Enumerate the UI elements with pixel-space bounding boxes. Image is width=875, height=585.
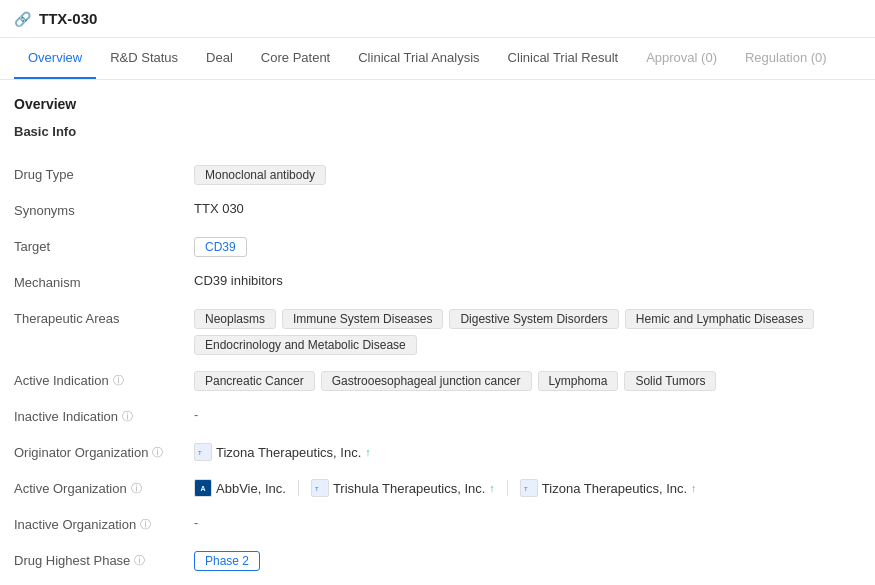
therapeutic-area-tag-0[interactable]: Neoplasms xyxy=(194,309,276,329)
target-label: Target xyxy=(14,237,194,254)
org-separator-1 xyxy=(507,480,508,496)
trishula-name: Trishula Therapeutics, Inc. xyxy=(333,481,485,496)
therapeutic-area-tag-3[interactable]: Hemic and Lymphatic Diseases xyxy=(625,309,815,329)
originator-org-item[interactable]: T Tizona Therapeutics, Inc. ↑ xyxy=(194,443,371,461)
content: Overview Basic Info Drug Type Monoclonal… xyxy=(0,80,875,585)
inactive-indication-row: Inactive Indication ⓘ - xyxy=(14,399,861,435)
drug-highest-phase-row: Drug Highest Phase ⓘ Phase 2 xyxy=(14,543,861,579)
tab-clinical-trial-result[interactable]: Clinical Trial Result xyxy=(494,38,633,79)
synonyms-value: TTX 030 xyxy=(194,201,861,216)
inactive-indication-value: - xyxy=(194,407,861,422)
active-indication-label: Active Indication ⓘ xyxy=(14,371,194,388)
inactive-indication-label: Inactive Indication ⓘ xyxy=(14,407,194,424)
tab-rd-status[interactable]: R&D Status xyxy=(96,38,192,79)
synonyms-row: Synonyms TTX 030 xyxy=(14,193,861,229)
inactive-org-value: - xyxy=(194,515,861,530)
therapeutic-areas-row: Therapeutic Areas Neoplasms Immune Syste… xyxy=(14,301,861,363)
synonyms-label: Synonyms xyxy=(14,201,194,218)
active-org-item-1[interactable]: T Trishula Therapeutics, Inc. ↑ xyxy=(311,479,495,497)
drug-highest-phase-value: Phase 2 xyxy=(194,551,861,571)
originator-org-value: T Tizona Therapeutics, Inc. ↑ xyxy=(194,443,861,461)
tab-core-patent[interactable]: Core Patent xyxy=(247,38,344,79)
inactive-org-row: Inactive Organization ⓘ - xyxy=(14,507,861,543)
therapeutic-areas-label: Therapeutic Areas xyxy=(14,309,194,326)
therapeutic-area-tag-2[interactable]: Digestive System Disorders xyxy=(449,309,618,329)
tab-regulation: Regulation (0) xyxy=(731,38,841,79)
trishula-logo: T xyxy=(311,479,329,497)
inactive-org-label: Inactive Organization ⓘ xyxy=(14,515,194,532)
svg-text:T: T xyxy=(524,486,528,492)
active-org-help-icon[interactable]: ⓘ xyxy=(131,481,142,496)
synonyms-text: TTX 030 xyxy=(194,201,244,216)
active-indication-tag-0[interactable]: Pancreatic Cancer xyxy=(194,371,315,391)
drug-type-row: Drug Type Monoclonal antibody xyxy=(14,157,861,193)
mechanism-label: Mechanism xyxy=(14,273,194,290)
target-tag[interactable]: CD39 xyxy=(194,237,247,257)
tizona-logo: T xyxy=(520,479,538,497)
originator-org-logo: T xyxy=(194,443,212,461)
active-indication-tag-2[interactable]: Lymphoma xyxy=(538,371,619,391)
mechanism-text: CD39 inhibitors xyxy=(194,273,283,288)
svg-text:T: T xyxy=(198,450,202,456)
active-org-label: Active Organization ⓘ xyxy=(14,479,194,496)
inactive-org-dash: - xyxy=(194,515,198,530)
first-approval-row: First Approval Date(Global) - xyxy=(14,579,861,585)
nav-tabs: Overview R&D Status Deal Core Patent Cli… xyxy=(0,38,875,80)
mechanism-row: Mechanism CD39 inhibitors xyxy=(14,265,861,301)
tab-clinical-trial-analysis[interactable]: Clinical Trial Analysis xyxy=(344,38,493,79)
active-indication-value: Pancreatic Cancer Gastrooesophageal junc… xyxy=(194,371,861,391)
drug-highest-phase-help-icon[interactable]: ⓘ xyxy=(134,553,145,568)
tab-overview[interactable]: Overview xyxy=(14,38,96,79)
active-indication-row: Active Indication ⓘ Pancreatic Cancer Ga… xyxy=(14,363,861,399)
active-org-item-2[interactable]: T Tizona Therapeutics, Inc. ↑ xyxy=(520,479,697,497)
org-separator-0 xyxy=(298,480,299,496)
tizona-name: Tizona Therapeutics, Inc. xyxy=(542,481,687,496)
active-indication-tag-1[interactable]: Gastrooesophageal junction cancer xyxy=(321,371,532,391)
originator-org-help-icon[interactable]: ⓘ xyxy=(152,445,163,460)
originator-org-row: Originator Organization ⓘ T Tizona Thera… xyxy=(14,435,861,471)
originator-trend-icon: ↑ xyxy=(365,446,371,458)
tab-approval: Approval (0) xyxy=(632,38,731,79)
abbvie-name: AbbVie, Inc. xyxy=(216,481,286,496)
drug-highest-phase-label: Drug Highest Phase ⓘ xyxy=(14,551,194,568)
abbvie-logo: A xyxy=(194,479,212,497)
subsection-title: Basic Info xyxy=(14,124,861,143)
active-org-value: A AbbVie, Inc. T Trishula Therapeutics, … xyxy=(194,479,861,497)
active-org-row: Active Organization ⓘ A AbbVie, Inc. T T… xyxy=(14,471,861,507)
therapeutic-area-tag-4[interactable]: Endocrinology and Metabolic Disease xyxy=(194,335,417,355)
inactive-indication-dash: - xyxy=(194,407,198,422)
trishula-trend-icon: ↑ xyxy=(489,482,495,494)
tab-deal[interactable]: Deal xyxy=(192,38,247,79)
active-org-item-0[interactable]: A AbbVie, Inc. xyxy=(194,479,286,497)
title-bar: 🔗 TTX-030 xyxy=(0,0,875,38)
drug-type-label: Drug Type xyxy=(14,165,194,182)
inactive-indication-help-icon[interactable]: ⓘ xyxy=(122,409,133,424)
tizona-trend-icon: ↑ xyxy=(691,482,697,494)
originator-org-label: Originator Organization ⓘ xyxy=(14,443,194,460)
drug-type-tag: Monoclonal antibody xyxy=(194,165,326,185)
title-icon: 🔗 xyxy=(14,11,31,27)
svg-text:T: T xyxy=(315,486,319,492)
active-indication-help-icon[interactable]: ⓘ xyxy=(113,373,124,388)
drug-highest-phase-tag[interactable]: Phase 2 xyxy=(194,551,260,571)
inactive-org-help-icon[interactable]: ⓘ xyxy=(140,517,151,532)
mechanism-value: CD39 inhibitors xyxy=(194,273,861,288)
active-indication-tag-3[interactable]: Solid Tumors xyxy=(624,371,716,391)
therapeutic-area-tag-1[interactable]: Immune System Diseases xyxy=(282,309,443,329)
therapeutic-areas-value: Neoplasms Immune System Diseases Digesti… xyxy=(194,309,861,355)
drug-type-value: Monoclonal antibody xyxy=(194,165,861,185)
originator-org-name: Tizona Therapeutics, Inc. xyxy=(216,445,361,460)
section-title: Overview xyxy=(14,96,861,112)
target-value: CD39 xyxy=(194,237,861,257)
target-row: Target CD39 xyxy=(14,229,861,265)
page-title: TTX-030 xyxy=(39,10,97,27)
